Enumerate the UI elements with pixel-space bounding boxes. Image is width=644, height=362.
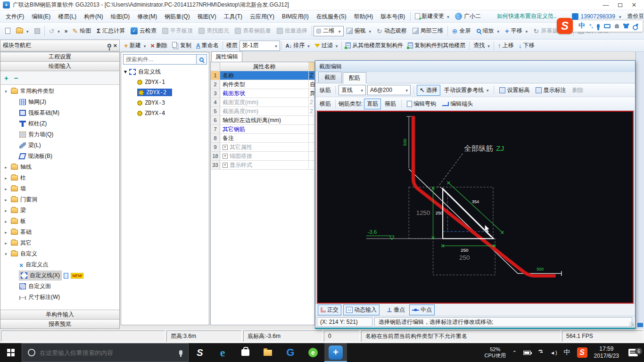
expander-icon[interactable] (3, 230, 8, 235)
tree-folder-openings[interactable]: 门窗洞 (0, 194, 119, 205)
property-group-anchor[interactable]: 18+锚固搭接 (211, 152, 314, 161)
menu-online[interactable]: 在线服务(S) (313, 10, 350, 23)
tree-item-shear-wall[interactable]: 剪力墙(Q) (0, 129, 119, 140)
sogou-logo-icon[interactable]: S (557, 18, 573, 34)
ortho-button[interactable]: 正交 (318, 304, 341, 315)
menu-draw[interactable]: 绘图(D) (107, 10, 134, 23)
menu-tools[interactable]: 工具(T) (220, 10, 246, 23)
tree-item-axis-grid[interactable]: 轴网(J) (0, 97, 119, 107)
tip-link[interactable]: 如何快速布置自定义范.. (497, 12, 557, 20)
taskbar-app-store[interactable] (234, 343, 256, 362)
property-row-section-shape[interactable]: 3截面形状异 (211, 89, 314, 98)
ime-indicator[interactable]: 中 (561, 348, 574, 357)
cloud-check-button[interactable]: 云检查 (128, 25, 159, 38)
expander-icon[interactable] (3, 208, 8, 213)
microphone-icon[interactable] (179, 350, 182, 355)
tab-rebar[interactable]: 配筋 (343, 72, 366, 83)
expand-plus-icon[interactable]: + (223, 163, 228, 168)
undo-button[interactable] (46, 25, 63, 38)
close-button[interactable]: ✕ (627, 1, 641, 9)
search-input[interactable] (123, 54, 197, 65)
edit-end-button[interactable]: 编辑端头 (440, 99, 475, 109)
project-settings-section[interactable]: 工程设置 (0, 52, 119, 62)
menu-help[interactable]: 帮助(H) (350, 10, 377, 23)
tray-expand-icon[interactable]: ⌃ (509, 350, 520, 356)
draw-button[interactable]: 绘图 (69, 25, 94, 38)
clock-widget[interactable]: 17:592017/6/23 (591, 346, 622, 360)
taskbar-app-edge[interactable]: e (211, 343, 234, 362)
dim-label-bottom-outer[interactable]: 250 (459, 254, 470, 261)
toolbar-overflow-icon[interactable] (65, 28, 68, 34)
zoom-button[interactable]: 缩放 (474, 25, 503, 38)
new-file-button[interactable] (2, 25, 13, 38)
close-panel-icon[interactable] (113, 42, 117, 49)
minimize-button[interactable]: — (599, 1, 613, 9)
open-file-button[interactable] (13, 25, 32, 38)
expand-all-icon[interactable] (4, 74, 8, 82)
move-up-button[interactable]: 上移 (495, 40, 516, 51)
start-button[interactable] (0, 343, 22, 362)
tree-item-custom-line[interactable]: 自定义线(X) NEW (0, 270, 119, 281)
dim-label-top[interactable]: 500 (403, 139, 407, 146)
restore-button[interactable] (613, 1, 627, 9)
component-item[interactable]: ZDYX-1 (121, 77, 209, 87)
ime-mode-indicator[interactable]: 中 (578, 22, 585, 30)
tree-item-beam[interactable]: 梁(L) (0, 140, 119, 151)
tree-item-raft-foundation[interactable]: 筏板基础(M) (0, 107, 119, 118)
show-annotation-button[interactable]: 显示标注 (533, 85, 568, 95)
property-group-display[interactable]: 33+显示样式 (211, 161, 314, 170)
line-type-combo[interactable]: 直线 (339, 85, 366, 95)
orbit-button[interactable]: 动态观察 (374, 25, 410, 38)
fullscreen-button[interactable]: 全屏 (449, 25, 474, 38)
menu-floor[interactable]: 楼层(L) (54, 10, 80, 23)
stirrup-button[interactable]: 箍筋 (382, 99, 398, 109)
mid-point-button[interactable]: 中点 (409, 304, 435, 315)
skin-icon[interactable] (623, 24, 629, 28)
move-down-button[interactable]: 下移 (516, 40, 537, 51)
floor-combo[interactable]: 第-1层 (239, 41, 280, 51)
taskbar-app-explorer[interactable] (256, 343, 279, 362)
property-row-axis-distance[interactable]: 6轴线距左边线距离(mm) (211, 116, 314, 125)
expander-icon[interactable] (3, 187, 8, 191)
taskbar-app-pinwheel[interactable]: S (189, 343, 211, 362)
draw-input-section[interactable]: 绘图输入 (0, 62, 119, 71)
tree-item-custom-point[interactable]: 自定义点 (0, 259, 119, 270)
expander-icon[interactable] (3, 241, 8, 246)
property-row-section-height[interactable]: 5截面高度(mm)2 (211, 107, 314, 116)
tab-property-edit[interactable]: 属性编辑 (211, 51, 242, 62)
pan-button[interactable]: 平移 (502, 25, 530, 38)
menu-edit[interactable]: 编辑(E) (28, 10, 54, 23)
tree-item-custom-face[interactable]: 自定义面 (0, 281, 119, 292)
component-item[interactable]: ZDYX-4 (121, 108, 209, 118)
batch-select-button[interactable]: 批量选择 (274, 25, 310, 38)
expand-plus-icon[interactable]: + (223, 145, 228, 150)
account-caret-icon[interactable] (618, 13, 621, 20)
tree-folder-other[interactable]: 其它 (0, 238, 119, 248)
resize-grip[interactable] (629, 322, 634, 327)
single-component-section[interactable]: 单构件输入 (0, 310, 119, 319)
rebar-line[interactable] (413, 116, 555, 276)
taskbar-app-browser-green[interactable]: e (302, 343, 324, 362)
delete-component-button[interactable]: 删除 (148, 40, 170, 51)
dim-label-elevation[interactable]: -3.6 (368, 229, 377, 235)
find-button[interactable]: 查找 (471, 40, 492, 51)
manual-ref-button[interactable]: 手动设置参考线 (442, 85, 491, 95)
tree-item-frame-column[interactable]: 框柱(Z) (0, 118, 119, 129)
select-tool-button[interactable]: 选择 (417, 85, 440, 96)
collapse-all-icon[interactable] (14, 74, 18, 82)
tree-folder-foundation[interactable]: 基础 (0, 227, 119, 238)
expander-icon[interactable] (124, 68, 127, 75)
dim-label-right[interactable]: 500 (537, 267, 544, 272)
property-row-section-width[interactable]: 4截面宽度(mm)2 (211, 98, 314, 107)
local-3d-button[interactable]: 局部三维 (410, 25, 446, 38)
component-root-row[interactable]: 自定义线 (121, 66, 209, 77)
account-icon[interactable] (615, 24, 619, 28)
battery-icon[interactable] (520, 351, 534, 355)
flush-slab-top-button[interactable]: 平齐板顶 (159, 25, 196, 38)
tree-folder-axis[interactable]: 轴线 (0, 162, 119, 173)
dim-label-left-outer[interactable]: 1250 (416, 209, 430, 216)
menu-cloud[interactable]: 云应用(Y) (246, 10, 278, 23)
menu-file[interactable]: 文件(F) (2, 10, 28, 23)
new-component-button[interactable]: 新建 (122, 40, 148, 51)
view-mode-combo[interactable]: 二维 (314, 26, 344, 36)
